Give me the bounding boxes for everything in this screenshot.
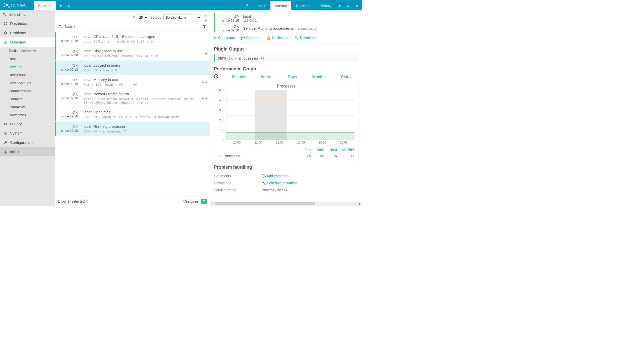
nav-configuration[interactable]: Configuration <box>0 138 55 147</box>
clock-icon <box>214 74 218 80</box>
range-minutes[interactable]: Minutes <box>226 75 253 79</box>
nav-overview[interactable]: Overview <box>0 37 55 47</box>
service-label-prefix: Service: <box>243 26 258 30</box>
service-check-command: (snmp-processes) <box>291 27 317 30</box>
svg-line-6 <box>7 5 9 7</box>
service-row[interactable]: OK since 09:18 local: Logged in users SN… <box>55 61 210 75</box>
problem-handling-heading: Problem handling <box>214 165 359 170</box>
nav-sub-contactgroups[interactable]: Contactgroups <box>0 87 55 95</box>
tab-history[interactable]: History <box>315 1 335 10</box>
scroll-left-icon[interactable]: ◄ <box>210 202 215 205</box>
brand-logo[interactable]: ICINGA <box>0 2 34 9</box>
sidebar-search-input[interactable] <box>9 12 44 17</box>
nav-sub-hostgroups[interactable]: Hostgroups <box>0 71 55 79</box>
range-months[interactable]: Months <box>306 75 332 79</box>
services-search-input[interactable] <box>64 24 200 29</box>
check-now-action[interactable]: ↻ Check now <box>214 36 235 40</box>
tab-chevron-icon[interactable]: ▾ <box>57 1 64 10</box>
nav-sub-tactical-overview[interactable]: Tactical Overview <box>0 47 55 55</box>
nav-sub-servicegroups[interactable]: Servicegroups <box>0 79 55 87</box>
range-days[interactable]: Days <box>279 75 306 79</box>
sort-by-select[interactable]: Service Name <box>164 15 201 20</box>
service-header: OK since 09:18 Service: Running processe… <box>214 24 359 32</box>
tab-refresh-right-icon[interactable]: ↻ <box>344 1 352 10</box>
nav-system[interactable]: System <box>0 128 55 138</box>
right-close-icon[interactable]: ✕ <box>353 1 362 10</box>
chart-plot[interactable]: 010020030040050010:0011:0012:0013:0014:0… <box>226 90 354 145</box>
chart-container: Processes 010020030040050010:0011:0012:0… <box>214 82 359 161</box>
service-output: Ram : 10%, Swap : 0% : : OK <box>84 83 207 86</box>
nav-label: Overview <box>10 40 26 44</box>
comment-action[interactable]: 💬 Comment <box>240 36 261 40</box>
nav-user-label: admin <box>10 150 20 154</box>
problem-row-servicegroups: ServicegroupsProcess Checks <box>214 187 359 194</box>
service-title: local: Memory in use <box>84 77 207 82</box>
nav-sub-comments[interactable]: Comments <box>0 103 55 111</box>
hash-label: # <box>133 15 135 19</box>
horizontal-scrollbar[interactable]: ◄ ► <box>210 202 362 206</box>
left-close-icon[interactable]: ✕ <box>243 1 251 10</box>
status-since: since 09:18 <box>57 129 78 132</box>
range-years[interactable]: Years <box>332 75 359 79</box>
nav-sub-services[interactable]: Services <box>0 63 55 71</box>
nav-sub-downtimes[interactable]: Downtimes <box>0 111 55 119</box>
binoc-icon <box>4 40 8 44</box>
nav-sub-contacts[interactable]: Contacts <box>0 95 55 103</box>
svg-line-25 <box>6 134 7 134</box>
nav-label: Dashboard <box>10 21 28 26</box>
ok-count-badge[interactable]: 7 <box>201 199 207 204</box>
service-row[interactable]: OK since 09:18 local: CPU load: 1, 5, 15… <box>55 32 210 46</box>
nav-dashboard[interactable]: Dashboard <box>0 19 55 28</box>
plugin-output-heading: Plugin Output <box>214 47 359 52</box>
service-row[interactable]: OK since 09:18 local: Open files SNMP OK… <box>55 107 210 122</box>
host-header: UP since 09:15 local 127.0.0.1 <box>214 13 359 24</box>
tab-refresh-icon[interactable]: ↻ <box>65 1 73 10</box>
service-row[interactable]: OK since 09:18 local: Disk space in use … <box>55 46 210 61</box>
status-text: OK <box>57 78 78 82</box>
status-cell: OK since 09:18 <box>56 107 80 121</box>
x-tick: 13:00 <box>297 141 305 144</box>
selection-count: 1 row(s) selected <box>58 199 85 203</box>
service-title: local: Open files <box>84 110 207 114</box>
problem-action-link[interactable]: 💬 Add comment <box>262 174 289 178</box>
legend-marker <box>218 156 222 156</box>
nav-sub-hosts[interactable]: Hosts <box>0 55 55 63</box>
scrollbar-thumb[interactable] <box>215 202 315 205</box>
range-hours[interactable]: Hours <box>253 75 279 79</box>
plugin-output: SNMP OK - processes 77 <box>214 54 359 62</box>
tab-host[interactable]: Host <box>254 1 269 10</box>
service-row[interactable]: OK since 09:18 local: Running processes … <box>55 122 210 136</box>
threshold-line-critical <box>226 100 354 100</box>
status-cell: OK since 09:18 <box>56 75 80 89</box>
tab-chevron-right-icon[interactable]: ▾ <box>336 1 343 10</box>
svg-rect-16 <box>5 33 6 34</box>
history-icon <box>4 122 8 126</box>
nav-history[interactable]: History <box>0 119 55 128</box>
svg-point-8 <box>3 13 5 15</box>
status-since: since 09:18 <box>57 82 78 86</box>
problem-action-link[interactable]: 🔧 Schedule downtime <box>262 181 298 185</box>
graph-range-tabs: Minutes Hours Days Months Years <box>214 74 359 80</box>
status-text: OK <box>57 64 78 68</box>
filter-icon[interactable] <box>203 25 207 29</box>
services-footer: 1 row(s) selected 7 Services: 7 <box>55 197 210 206</box>
scroll-right-icon[interactable]: ► <box>358 202 362 205</box>
sort-direction-icon[interactable]: ↓AZ <box>203 13 207 21</box>
downtime-action[interactable]: 🔧 Downtime <box>294 36 315 40</box>
svg-text:ICINGA: ICINGA <box>11 3 26 7</box>
x-tick: 12:00 <box>276 141 283 144</box>
page-size-select[interactable]: 25 <box>137 15 148 20</box>
dashboard-icon <box>4 22 8 26</box>
svg-line-27 <box>6 132 7 132</box>
service-row[interactable]: OK since 09:26 local: Network traffic on… <box>55 89 210 107</box>
sidebar-search[interactable] <box>0 10 55 19</box>
tab-services-right[interactable]: Services <box>292 1 315 10</box>
service-row[interactable]: OK since 09:18 local: Memory in use Ram … <box>55 75 210 89</box>
host-name[interactable]: local <box>243 14 257 19</box>
tab-service[interactable]: Service <box>270 1 291 10</box>
notification-action[interactable]: 🔔 Notification <box>266 36 289 40</box>
host-address: 127.0.0.1 <box>243 19 257 22</box>
nav-problems[interactable]: Problems <box>0 28 55 37</box>
tab-services[interactable]: Services <box>34 1 57 10</box>
nav-user[interactable]: admin <box>0 147 55 156</box>
